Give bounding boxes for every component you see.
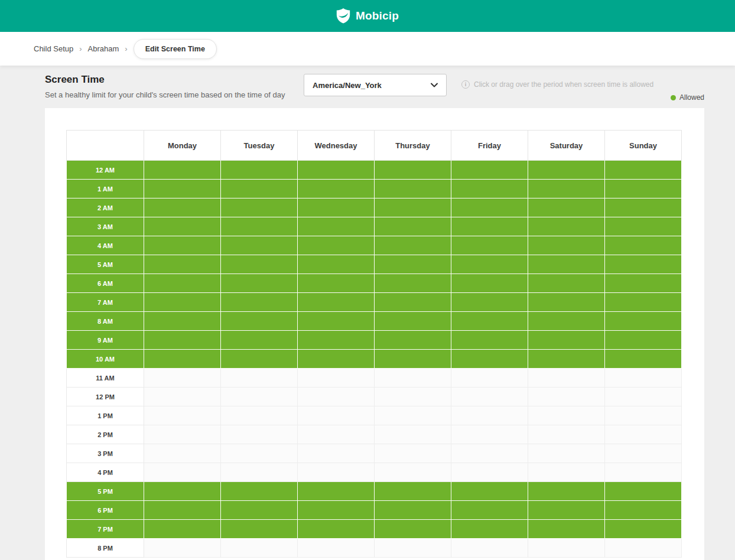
schedule-cell-wednesday-7pm[interactable] [298, 520, 375, 539]
schedule-cell-sunday-6pm[interactable] [605, 501, 682, 520]
schedule-cell-saturday-3pm[interactable] [528, 444, 605, 463]
schedule-cell-friday-8am[interactable] [451, 312, 528, 331]
schedule-cell-tuesday-12am[interactable] [221, 161, 298, 180]
schedule-cell-saturday-11am[interactable] [528, 369, 605, 388]
schedule-cell-tuesday-3am[interactable] [221, 217, 298, 236]
schedule-cell-friday-10am[interactable] [451, 350, 528, 369]
schedule-cell-thursday-8am[interactable] [375, 312, 451, 331]
schedule-cell-thursday-7am[interactable] [375, 293, 451, 312]
schedule-cell-friday-1pm[interactable] [451, 406, 528, 425]
schedule-cell-friday-4am[interactable] [451, 236, 528, 255]
schedule-cell-wednesday-2pm[interactable] [298, 425, 375, 444]
schedule-cell-monday-4am[interactable] [144, 236, 221, 255]
schedule-cell-monday-5pm[interactable] [144, 482, 221, 501]
schedule-cell-friday-1am[interactable] [451, 180, 528, 198]
schedule-cell-monday-2am[interactable] [144, 198, 221, 217]
schedule-cell-tuesday-4pm[interactable] [221, 463, 298, 482]
schedule-cell-tuesday-4am[interactable] [221, 236, 298, 255]
schedule-cell-saturday-6am[interactable] [528, 274, 605, 293]
schedule-cell-friday-6am[interactable] [451, 274, 528, 293]
schedule-cell-sunday-12am[interactable] [605, 161, 682, 180]
schedule-cell-tuesday-7am[interactable] [221, 293, 298, 312]
schedule-cell-friday-9am[interactable] [451, 331, 528, 350]
schedule-cell-thursday-2pm[interactable] [375, 425, 451, 444]
schedule-cell-monday-10am[interactable] [144, 350, 221, 369]
breadcrumb-abraham[interactable]: Abraham [88, 44, 119, 53]
schedule-cell-saturday-7am[interactable] [528, 293, 605, 312]
schedule-cell-friday-3pm[interactable] [451, 444, 528, 463]
schedule-cell-tuesday-5pm[interactable] [221, 482, 298, 501]
schedule-cell-saturday-12am[interactable] [528, 161, 605, 180]
timezone-select[interactable]: America/New_York [304, 74, 447, 96]
schedule-cell-saturday-1am[interactable] [528, 180, 605, 198]
schedule-cell-friday-2pm[interactable] [451, 425, 528, 444]
schedule-cell-thursday-4pm[interactable] [375, 463, 451, 482]
schedule-cell-tuesday-2am[interactable] [221, 198, 298, 217]
schedule-cell-sunday-4pm[interactable] [605, 463, 682, 482]
schedule-cell-friday-5pm[interactable] [451, 482, 528, 501]
schedule-cell-friday-2am[interactable] [451, 198, 528, 217]
schedule-cell-saturday-4pm[interactable] [528, 463, 605, 482]
schedule-cell-tuesday-6am[interactable] [221, 274, 298, 293]
schedule-cell-monday-4pm[interactable] [144, 463, 221, 482]
schedule-cell-wednesday-11am[interactable] [298, 369, 375, 388]
schedule-cell-tuesday-8am[interactable] [221, 312, 298, 331]
schedule-cell-wednesday-1pm[interactable] [298, 406, 375, 425]
schedule-cell-wednesday-12pm[interactable] [298, 388, 375, 406]
schedule-cell-sunday-10am[interactable] [605, 350, 682, 369]
schedule-cell-tuesday-1pm[interactable] [221, 406, 298, 425]
schedule-cell-wednesday-1am[interactable] [298, 180, 375, 198]
schedule-cell-wednesday-4pm[interactable] [298, 463, 375, 482]
schedule-cell-sunday-5pm[interactable] [605, 482, 682, 501]
schedule-cell-saturday-6pm[interactable] [528, 501, 605, 520]
schedule-cell-monday-7am[interactable] [144, 293, 221, 312]
schedule-cell-thursday-6pm[interactable] [375, 501, 451, 520]
schedule-cell-monday-8pm[interactable] [144, 539, 221, 558]
schedule-cell-monday-5am[interactable] [144, 255, 221, 274]
schedule-cell-saturday-4am[interactable] [528, 236, 605, 255]
schedule-cell-saturday-8am[interactable] [528, 312, 605, 331]
schedule-cell-tuesday-2pm[interactable] [221, 425, 298, 444]
schedule-cell-tuesday-12pm[interactable] [221, 388, 298, 406]
schedule-cell-sunday-3am[interactable] [605, 217, 682, 236]
schedule-cell-monday-6pm[interactable] [144, 501, 221, 520]
schedule-cell-thursday-8pm[interactable] [375, 539, 451, 558]
schedule-cell-sunday-3pm[interactable] [605, 444, 682, 463]
schedule-cell-monday-2pm[interactable] [144, 425, 221, 444]
schedule-cell-wednesday-2am[interactable] [298, 198, 375, 217]
schedule-cell-sunday-8pm[interactable] [605, 539, 682, 558]
schedule-cell-friday-4pm[interactable] [451, 463, 528, 482]
schedule-cell-thursday-5pm[interactable] [375, 482, 451, 501]
schedule-cell-thursday-2am[interactable] [375, 198, 451, 217]
schedule-cell-friday-8pm[interactable] [451, 539, 528, 558]
schedule-cell-wednesday-9am[interactable] [298, 331, 375, 350]
schedule-cell-friday-7am[interactable] [451, 293, 528, 312]
schedule-cell-saturday-7pm[interactable] [528, 520, 605, 539]
schedule-cell-monday-1am[interactable] [144, 180, 221, 198]
schedule-cell-thursday-5am[interactable] [375, 255, 451, 274]
schedule-cell-sunday-2pm[interactable] [605, 425, 682, 444]
schedule-cell-sunday-8am[interactable] [605, 312, 682, 331]
schedule-cell-wednesday-5am[interactable] [298, 255, 375, 274]
schedule-cell-sunday-1pm[interactable] [605, 406, 682, 425]
schedule-cell-sunday-9am[interactable] [605, 331, 682, 350]
schedule-cell-wednesday-12am[interactable] [298, 161, 375, 180]
schedule-cell-monday-1pm[interactable] [144, 406, 221, 425]
schedule-cell-monday-9am[interactable] [144, 331, 221, 350]
schedule-cell-tuesday-7pm[interactable] [221, 520, 298, 539]
schedule-cell-sunday-1am[interactable] [605, 180, 682, 198]
schedule-cell-saturday-8pm[interactable] [528, 539, 605, 558]
schedule-cell-thursday-12pm[interactable] [375, 388, 451, 406]
schedule-cell-friday-5am[interactable] [451, 255, 528, 274]
schedule-cell-saturday-12pm[interactable] [528, 388, 605, 406]
schedule-cell-tuesday-5am[interactable] [221, 255, 298, 274]
schedule-cell-saturday-9am[interactable] [528, 331, 605, 350]
schedule-cell-thursday-3pm[interactable] [375, 444, 451, 463]
schedule-cell-thursday-7pm[interactable] [375, 520, 451, 539]
schedule-cell-friday-11am[interactable] [451, 369, 528, 388]
schedule-cell-monday-8am[interactable] [144, 312, 221, 331]
schedule-cell-wednesday-6am[interactable] [298, 274, 375, 293]
schedule-cell-thursday-9am[interactable] [375, 331, 451, 350]
schedule-cell-saturday-5am[interactable] [528, 255, 605, 274]
schedule-cell-monday-7pm[interactable] [144, 520, 221, 539]
